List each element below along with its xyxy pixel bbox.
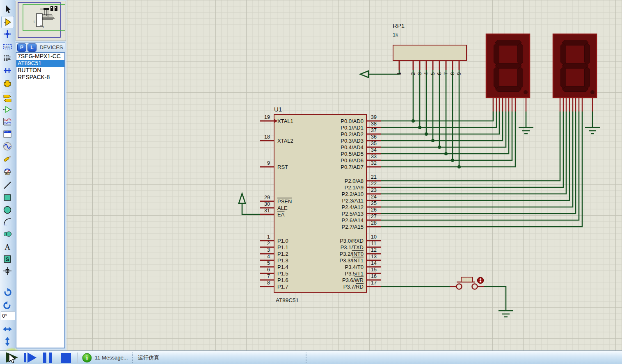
- svg-text:11: 11: [371, 241, 377, 246]
- device-pins-mode-icon[interactable]: [1, 104, 13, 115]
- device-list-item[interactable]: 7SEG-MPX1-CC: [16, 53, 64, 60]
- svg-text:P1.7: P1.7: [277, 284, 288, 290]
- tape-recorder-mode-icon[interactable]: [1, 128, 13, 140]
- stop-button[interactable]: [61, 351, 71, 364]
- rotate-anticlockwise-icon[interactable]: [1, 300, 13, 312]
- svg-text:16: 16: [371, 273, 377, 279]
- library-button[interactable]: L: [27, 43, 37, 52]
- svg-text:37: 37: [371, 127, 377, 133]
- 2d-symbol-mode-icon[interactable]: S: [1, 253, 13, 265]
- svg-text:9: 9: [267, 160, 270, 166]
- messages-button[interactable]: i 11 Message...: [82, 351, 128, 364]
- svg-text:2: 2: [410, 72, 416, 75]
- svg-text:P1.5: P1.5: [277, 271, 288, 277]
- text-script-mode-icon[interactable]: [1, 53, 13, 64]
- device-list-item[interactable]: RESPACK-8: [16, 74, 64, 81]
- svg-text:34: 34: [371, 147, 377, 153]
- svg-text:1: 1: [396, 72, 402, 75]
- svg-text:9: 9: [456, 72, 462, 75]
- svg-text:P0.3/AD3: P0.3/AD3: [341, 138, 364, 144]
- svg-text:P3.6/WR: P3.6/WR: [342, 277, 364, 283]
- statusbar-separator: [132, 353, 133, 363]
- selection-mode-icon[interactable]: [1, 3, 13, 15]
- voltage-probe-mode-icon[interactable]: [1, 153, 13, 164]
- statusbar-separator: [306, 353, 306, 363]
- svg-text:P3.7/RD: P3.7/RD: [343, 284, 364, 290]
- device-list-item[interactable]: BUTTON: [16, 67, 64, 74]
- 2d-text-mode-icon[interactable]: A: [1, 241, 13, 253]
- button-actuator-toggle[interactable]: [478, 278, 484, 284]
- pick-devices-button[interactable]: P: [17, 43, 26, 52]
- 2d-circle-mode-icon[interactable]: [1, 204, 13, 216]
- chip-part-label: AT89C51: [276, 297, 299, 303]
- svg-text:6: 6: [267, 267, 270, 273]
- buses-mode-icon[interactable]: [1, 65, 13, 76]
- devices-header: P L DEVICES: [16, 42, 65, 52]
- svg-text:15: 15: [371, 267, 377, 273]
- svg-text:P1.4: P1.4: [277, 264, 288, 270]
- 2d-markers-mode-icon[interactable]: [1, 265, 13, 277]
- svg-text:P1.3: P1.3: [277, 257, 288, 264]
- svg-text:32: 32: [371, 160, 377, 166]
- svg-text:36: 36: [371, 134, 377, 140]
- flip-vertical-icon[interactable]: [1, 336, 13, 347]
- object-selector-column: t 1 P L DEVICES 7SEG-MPX1-CCAT89C51BUTTO…: [15, 0, 66, 350]
- svg-text:21: 21: [371, 174, 377, 180]
- subcircuit-mode-icon[interactable]: [1, 78, 13, 89]
- step-button[interactable]: [24, 351, 37, 364]
- current-probe-mode-icon[interactable]: [1, 165, 13, 177]
- terminals-mode-icon[interactable]: [1, 93, 13, 104]
- svg-text:P2.3/A11: P2.3/A11: [342, 198, 364, 204]
- svg-text:P0.2/AD2: P0.2/AD2: [341, 131, 364, 137]
- svg-text:3: 3: [267, 247, 270, 253]
- svg-text:18: 18: [264, 134, 270, 140]
- svg-text:P0.6/AD6: P0.6/AD6: [341, 157, 364, 164]
- 2d-box-mode-icon[interactable]: [1, 192, 13, 203]
- pause-button[interactable]: [43, 351, 53, 364]
- decimal-point: [524, 90, 528, 94]
- svg-text:17: 17: [371, 280, 377, 286]
- svg-text:1: 1: [267, 234, 270, 240]
- svg-text:P0.4/AD4: P0.4/AD4: [341, 144, 364, 150]
- message-count-label: 11 Message...: [95, 355, 128, 361]
- svg-text:13: 13: [371, 254, 377, 259]
- svg-text:EA: EA: [277, 212, 285, 218]
- svg-text:P2.6/A14: P2.6/A14: [342, 217, 364, 223]
- junction-dot-mode-icon[interactable]: [1, 28, 13, 40]
- junction-dot: [412, 119, 415, 123]
- svg-text:5: 5: [430, 72, 436, 75]
- svg-text:LBL: LBL: [4, 45, 10, 49]
- svg-text:P2.2/A10: P2.2/A10: [342, 191, 364, 197]
- svg-text:P0.5/AD5: P0.5/AD5: [341, 151, 364, 157]
- graph-mode-icon[interactable]: [1, 116, 13, 127]
- device-list-item[interactable]: AT89C51: [16, 60, 64, 67]
- svg-text:P1.2: P1.2: [277, 251, 288, 257]
- generator-mode-icon[interactable]: [1, 141, 13, 152]
- junction-dot: [451, 159, 454, 162]
- svg-text:RST: RST: [277, 164, 288, 170]
- junction-dot: [438, 146, 441, 149]
- schematic-overview-map[interactable]: t 1: [16, 1, 66, 41]
- component-mode-icon[interactable]: [1, 16, 14, 28]
- wire-label-mode-icon[interactable]: LBL: [1, 41, 13, 52]
- svg-text:ALE: ALE: [277, 205, 288, 211]
- decimal-point: [590, 90, 595, 94]
- svg-text:5: 5: [267, 260, 270, 266]
- svg-text:P1.1: P1.1: [277, 244, 288, 250]
- 2d-path-mode-icon[interactable]: [1, 228, 13, 240]
- rp1-ref-label: RP1: [393, 22, 405, 29]
- flip-horizontal-icon[interactable]: [1, 323, 13, 335]
- rotation-angle-input[interactable]: [1, 311, 16, 320]
- svg-text:39: 39: [371, 114, 377, 120]
- mcu-chip-u1[interactable]: U1AT89C5119XTAL118XTAL29RST29PSEN30ALE31…: [260, 106, 381, 303]
- 2d-arc-mode-icon[interactable]: [1, 216, 13, 228]
- rotate-clockwise-icon[interactable]: [1, 287, 13, 298]
- rp1-value-label: 1k: [393, 32, 398, 38]
- svg-text:P3.5/T1: P3.5/T1: [345, 271, 364, 277]
- svg-text:8: 8: [267, 280, 270, 286]
- mouse-cursor: [8, 353, 18, 364]
- schematic-canvas[interactable]: U1AT89C5119XTAL118XTAL29RST29PSEN30ALE31…: [66, 0, 622, 350]
- svg-text:8: 8: [450, 72, 455, 75]
- 2d-line-mode-icon[interactable]: [1, 180, 13, 191]
- svg-text:A: A: [5, 243, 10, 251]
